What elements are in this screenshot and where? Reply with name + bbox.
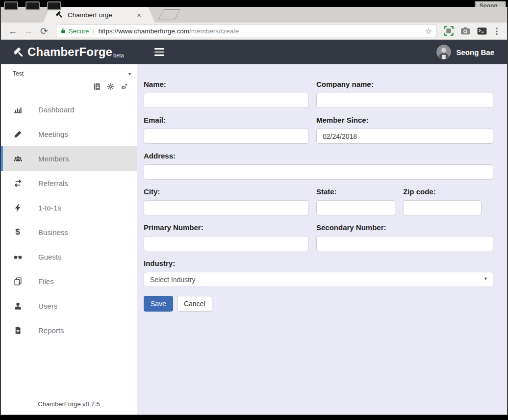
os-titlebar: Seong bbox=[0, 0, 508, 7]
gavel-logo-icon bbox=[14, 48, 25, 58]
navbar-user-menu[interactable]: Seong Bae bbox=[436, 45, 494, 59]
brand-logo[interactable]: ChamberForge beta bbox=[14, 45, 124, 59]
primary-number-label: Primary Number: bbox=[144, 223, 308, 232]
terminal-extension-icon[interactable] bbox=[477, 26, 487, 36]
url-path: /members/create bbox=[189, 27, 239, 35]
city-label: City: bbox=[144, 187, 308, 196]
pencil-icon bbox=[12, 130, 24, 138]
user-icon bbox=[12, 302, 24, 310]
zip-code-label: Zip code: bbox=[403, 187, 482, 196]
sidebar-item-label: Reports bbox=[38, 326, 64, 335]
gavel-favicon-icon bbox=[56, 11, 63, 19]
sidebar-item-label: Meetings bbox=[38, 130, 68, 138]
org-selector-label: Test bbox=[13, 70, 24, 77]
address-book-icon[interactable] bbox=[93, 83, 101, 90]
sidebar-item-referrals[interactable]: Referrals bbox=[1, 171, 137, 195]
bookmark-star-icon[interactable]: ☆ bbox=[425, 26, 432, 36]
sidebar-item-label: Guests bbox=[38, 253, 62, 261]
org-selector[interactable]: Test ▾ bbox=[1, 64, 137, 77]
document-icon bbox=[12, 326, 24, 335]
sidebar-item-files[interactable]: Files bbox=[1, 269, 137, 293]
sidebar-item-guests[interactable]: Guests bbox=[1, 244, 137, 269]
address-label: Address: bbox=[144, 152, 493, 160]
sidebar-item-label: 1-to-1s bbox=[38, 204, 61, 212]
email-label: Email: bbox=[144, 116, 308, 124]
secondary-number-field[interactable] bbox=[316, 236, 493, 251]
navbar-user-name: Seong Bae bbox=[456, 48, 494, 56]
sidebar-item-users[interactable]: Users bbox=[1, 293, 137, 318]
tab-close-icon[interactable]: × bbox=[136, 11, 142, 19]
industry-label: Industry: bbox=[144, 259, 493, 267]
sidebar-item-label: Dashboard bbox=[38, 105, 74, 114]
bar-chart-icon bbox=[12, 105, 24, 114]
sidebar-nav: Dashboard Meetings Members bbox=[1, 97, 137, 342]
browser-window: ChamberForge × ← → ⟳ Secure | https://ww… bbox=[1, 7, 507, 415]
back-icon[interactable]: ← bbox=[6, 26, 20, 36]
sidebar-item-label: Users bbox=[38, 302, 57, 310]
sidebar-item-meetings[interactable]: Meetings bbox=[1, 122, 137, 146]
sidebar-item-dashboard[interactable]: Dashboard bbox=[1, 97, 137, 122]
browser-toolbar: ← → ⟳ Secure | https://www.chamberforge.… bbox=[1, 23, 507, 40]
browser-menu-icon[interactable]: ⋮ bbox=[491, 26, 502, 36]
sidebar-item-business[interactable]: $ Business bbox=[1, 220, 137, 244]
window-minimize-button[interactable] bbox=[25, 1, 40, 10]
create-member-form: Name: Company name: Email: Member Since: bbox=[137, 64, 507, 415]
sidebar-item-members[interactable]: Members bbox=[1, 146, 137, 171]
save-button[interactable]: Save bbox=[144, 296, 173, 312]
new-tab-button[interactable] bbox=[158, 9, 180, 20]
primary-number-field[interactable] bbox=[144, 236, 308, 251]
org-dropdown-caret-icon: ▾ bbox=[128, 71, 131, 77]
sidebar-item-1to1s[interactable]: 1-to-1s bbox=[1, 195, 137, 220]
lightning-bolt-icon bbox=[12, 204, 24, 212]
sidebar-item-label: Business bbox=[38, 228, 68, 236]
app-navbar: ChamberForge beta Seong Bae bbox=[1, 40, 507, 64]
gear-icon[interactable] bbox=[107, 83, 114, 90]
zip-code-field[interactable] bbox=[403, 200, 482, 215]
window-close-button[interactable] bbox=[4, 1, 18, 10]
brand-name: ChamberForge bbox=[27, 45, 112, 59]
city-field[interactable] bbox=[144, 200, 308, 215]
users-group-icon bbox=[12, 155, 24, 163]
member-since-field[interactable] bbox=[316, 129, 493, 144]
screenshot-extension-icon[interactable] bbox=[444, 26, 454, 36]
secure-label: Secure bbox=[69, 27, 89, 35]
url-domain: https://www.chamberforge.com bbox=[99, 27, 189, 35]
brand-beta-tag: beta bbox=[113, 52, 124, 58]
dollar-sign-icon: $ bbox=[12, 227, 24, 237]
sidebar-toggle-hamburger-icon[interactable] bbox=[152, 46, 166, 58]
forward-icon[interactable]: → bbox=[22, 26, 35, 36]
tab-title: ChamberForge bbox=[68, 11, 136, 19]
secondary-number-label: Secondary Number: bbox=[316, 223, 493, 232]
glasses-icon bbox=[12, 253, 24, 261]
padlock-icon bbox=[60, 27, 66, 34]
cogs-icon[interactable] bbox=[121, 83, 128, 90]
camera-extension-icon[interactable] bbox=[460, 26, 470, 36]
tab-strip: ChamberForge × bbox=[1, 7, 507, 23]
sidebar-tool-icons bbox=[1, 77, 137, 90]
industry-select[interactable]: Select Industry bbox=[144, 272, 493, 287]
desktop-user-badge: Seong bbox=[475, 0, 506, 7]
cancel-button[interactable]: Cancel bbox=[177, 296, 212, 312]
sidebar-item-reports[interactable]: Reports bbox=[1, 318, 137, 342]
sidebar: Test ▾ bbox=[1, 64, 137, 415]
address-field[interactable] bbox=[144, 164, 493, 180]
desktop-user-badge-label: Seong bbox=[475, 1, 506, 7]
window-maximize-button[interactable] bbox=[47, 1, 61, 10]
app-version-label: ChamberForge v0.7.5 bbox=[1, 400, 137, 415]
company-name-field[interactable] bbox=[316, 93, 493, 108]
email-field[interactable] bbox=[144, 129, 308, 144]
member-since-label: Member Since: bbox=[316, 116, 493, 124]
copy-files-icon bbox=[12, 277, 24, 286]
state-label: State: bbox=[316, 187, 395, 196]
state-field[interactable] bbox=[316, 200, 395, 215]
refresh-icon[interactable]: ⟳ bbox=[37, 26, 51, 36]
address-bar[interactable]: Secure | https://www.chamberforge.com/me… bbox=[56, 25, 436, 37]
name-field[interactable] bbox=[144, 93, 308, 108]
sidebar-item-label: Referrals bbox=[38, 179, 68, 187]
name-label: Name: bbox=[144, 80, 308, 88]
url-separator: | bbox=[93, 27, 94, 35]
exchange-arrows-icon bbox=[12, 179, 24, 187]
company-name-label: Company name: bbox=[316, 80, 493, 88]
sidebar-item-label: Members bbox=[38, 155, 69, 163]
user-avatar bbox=[436, 45, 451, 59]
